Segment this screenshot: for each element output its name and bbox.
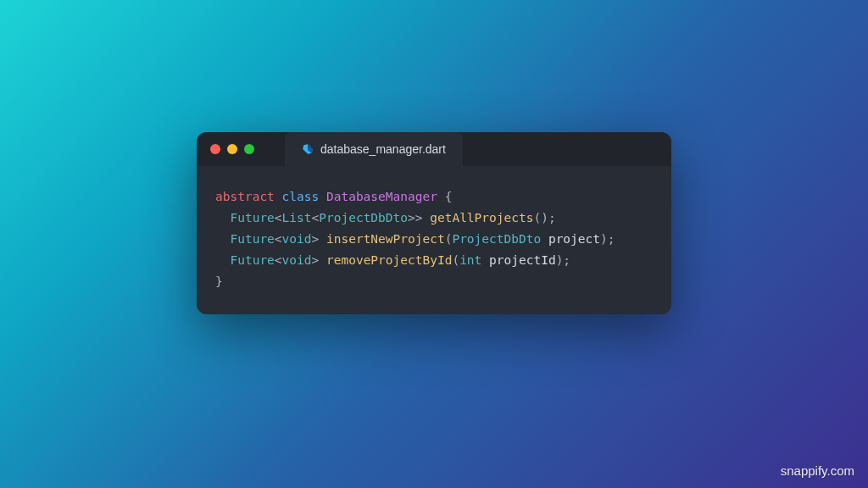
type-list: List bbox=[282, 211, 312, 225]
class-name: DatabaseManager bbox=[326, 190, 437, 203]
code-body: abstract class DatabaseManager { Future<… bbox=[197, 166, 671, 314]
code-window: database_manager.dart abstract class Dat… bbox=[197, 132, 671, 314]
dart-icon bbox=[302, 143, 314, 155]
param-project: project bbox=[548, 232, 600, 246]
maximize-icon[interactable] bbox=[244, 144, 254, 154]
traffic-lights bbox=[210, 144, 254, 154]
minimize-icon[interactable] bbox=[227, 144, 237, 154]
param-type-dto: ProjectDbDto bbox=[452, 232, 541, 246]
window-titlebar: database_manager.dart bbox=[197, 132, 671, 166]
type-dto: ProjectDbDto bbox=[319, 211, 408, 225]
keyword-class: class bbox=[282, 190, 320, 203]
method-insert: insertNewProject bbox=[326, 232, 445, 246]
tab-filename: database_manager.dart bbox=[320, 142, 446, 156]
close-brace: } bbox=[215, 274, 223, 288]
type-future: Future bbox=[230, 232, 274, 246]
open-brace: { bbox=[437, 190, 452, 203]
type-void: void bbox=[282, 232, 312, 246]
method-remove: removeProjectById bbox=[326, 253, 452, 267]
type-void: void bbox=[282, 253, 312, 267]
close-icon[interactable] bbox=[210, 144, 220, 154]
param-type-int: int bbox=[459, 253, 481, 267]
watermark: snappify.com bbox=[781, 463, 854, 478]
file-tab[interactable]: database_manager.dart bbox=[285, 132, 463, 166]
param-projectid: projectId bbox=[489, 253, 556, 267]
method-getall: getAllProjects bbox=[430, 211, 533, 225]
type-future: Future bbox=[230, 211, 274, 225]
keyword-abstract: abstract bbox=[215, 190, 275, 203]
type-future: Future bbox=[230, 253, 274, 267]
